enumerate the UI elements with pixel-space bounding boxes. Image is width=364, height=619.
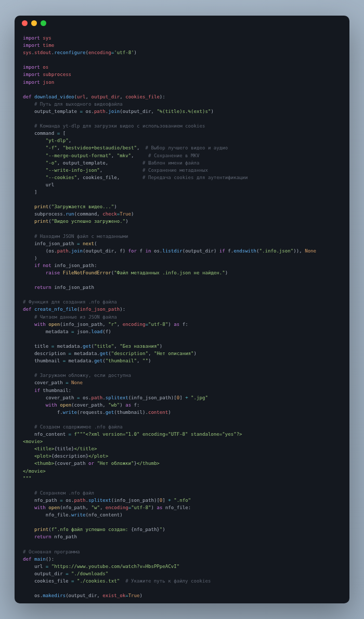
- code-line: [23, 540, 341, 548]
- code-line: "-f", "bestvideo+bestaudio/best", # Выбо…: [23, 144, 341, 151]
- code-line: # Основная программа: [23, 548, 341, 555]
- code-line: f.write(requests.get(thumbnail).content): [23, 409, 341, 416]
- code-line: output_dir = "./downloads": [23, 570, 341, 577]
- code-line: # Загружаем обложку, если доступна: [23, 372, 341, 379]
- code-line: <plot>{description}</plot>: [23, 452, 341, 460]
- code-line: print(f".nfo файл успешно создан: {nfo_p…: [23, 526, 341, 533]
- code-line: [23, 519, 341, 526]
- code-line: sys.stdout.reconfigure(encoding='utf-8'): [23, 49, 341, 56]
- code-line: [23, 115, 341, 122]
- code-line: <movie>: [23, 438, 341, 445]
- code-line: with open(cover_path, "wb") as f:: [23, 401, 341, 409]
- code-line: "-o", output_template, # Шаблон имени фа…: [23, 159, 341, 167]
- code-line: "--cookies", cookies_file, # Передача co…: [23, 174, 341, 181]
- code-line: cover_path = os.path.splitext(info_json_…: [23, 394, 341, 401]
- code-line: output_template = os.path.join(output_di…: [23, 108, 341, 115]
- code-line: subprocess.run(command, check=True): [23, 210, 341, 218]
- code-line: url = "https://www.youtube.com/watch?v=H…: [23, 563, 341, 570]
- code-line: def download_video(url, output_dir, cook…: [23, 93, 341, 100]
- code-line: </movie>: [23, 468, 341, 475]
- code-line: import json: [23, 79, 341, 86]
- code-line: os.makedirs(output_dir, exist_ok=True): [23, 592, 341, 599]
- code-line: return nfo_path: [23, 533, 341, 540]
- code-line: def main():: [23, 555, 341, 563]
- code-line: title = metadata.get("title", "Без назва…: [23, 343, 341, 350]
- maximize-icon[interactable]: [41, 20, 46, 26]
- code-line: "--merge-output-format", "mkv", # Сохран…: [23, 152, 341, 159]
- code-line: with open(nfo_path, "w", encoding="utf-8…: [23, 504, 341, 511]
- code-line: <thumb>{cover_path or "Нет обложки"}</th…: [23, 460, 341, 467]
- code-line: # Команда yt-dlp для загрузки видео с ис…: [23, 122, 341, 130]
- code-line: raise FileNotFoundError("Файл метаданных…: [23, 269, 341, 276]
- code-line: description = metadata.get("description"…: [23, 350, 341, 357]
- code-line: command = [: [23, 130, 341, 137]
- code-line: [23, 364, 341, 372]
- code-line: # Читаем данные из JSON файла: [23, 313, 341, 321]
- code-line: <title>{title}</title>: [23, 445, 341, 452]
- code-line: cookies_file = "./cookies.txt" # Укажите…: [23, 577, 341, 585]
- close-icon[interactable]: [22, 20, 28, 26]
- code-line: "--write-info-json", # Сохранение метада…: [23, 167, 341, 174]
- minimize-icon[interactable]: [31, 20, 37, 26]
- code-line: [23, 86, 341, 93]
- code-line: import time: [23, 42, 341, 49]
- code-line: if not info_json_path:: [23, 262, 341, 269]
- code-line: nfo_content = f"""<?xml version="1.0" en…: [23, 431, 341, 438]
- terminal-window: import sysimport timesys.stdout.reconfig…: [15, 16, 349, 603]
- code-line: if thumbnail:: [23, 387, 341, 394]
- code-line: ]: [23, 188, 341, 196]
- code-line: import sys: [23, 34, 341, 42]
- code-line: [23, 276, 341, 284]
- window-titlebar: [15, 16, 349, 30]
- code-line: # Сохраняем .nfo файл: [23, 489, 341, 497]
- code-line: print("Загружается видео..."): [23, 203, 341, 210]
- code-line: import os: [23, 64, 341, 71]
- code-line: [23, 56, 341, 64]
- code-line: "yt-dlp",: [23, 137, 341, 144]
- code-line: info_json_path = next(: [23, 240, 341, 247]
- code-line: [23, 482, 341, 489]
- code-line: nfo_path = os.path.splitext(info_json_pa…: [23, 497, 341, 504]
- code-line: thumbnail = metadata.get("thumbnail", ""…: [23, 357, 341, 364]
- code-line: # Находим JSON файл с метаданными: [23, 233, 341, 240]
- code-line: ): [23, 255, 341, 262]
- code-block: import sysimport timesys.stdout.reconfig…: [15, 30, 349, 603]
- code-line: [23, 196, 341, 203]
- code-line: nfo_file.write(nfo_content): [23, 511, 341, 519]
- code-line: url: [23, 181, 341, 188]
- code-line: (os.path.join(output_dir, f) for f in os…: [23, 247, 341, 255]
- code-line: with open(info_json_path, "r", encoding=…: [23, 321, 341, 328]
- code-line: [23, 225, 341, 232]
- code-line: import subprocess: [23, 71, 341, 78]
- code-line: """: [23, 475, 341, 482]
- code-line: [23, 416, 341, 423]
- code-line: # Путь для выходного видеофайла: [23, 100, 341, 108]
- code-line: def create_nfo_file(info_json_path):: [23, 306, 341, 313]
- code-line: return info_json_path: [23, 284, 341, 291]
- code-line: [23, 291, 341, 298]
- code-line: metadata = json.load(f): [23, 328, 341, 335]
- code-line: cover_path = None: [23, 379, 341, 386]
- code-line: [23, 585, 341, 592]
- code-line: [23, 599, 341, 603]
- code-line: print("Видео успешно загружено."): [23, 218, 341, 225]
- code-line: # Создаем содержимое .nfo файла: [23, 423, 341, 431]
- code-line: # Функция для создания .nfo файла: [23, 298, 341, 306]
- code-line: [23, 335, 341, 343]
